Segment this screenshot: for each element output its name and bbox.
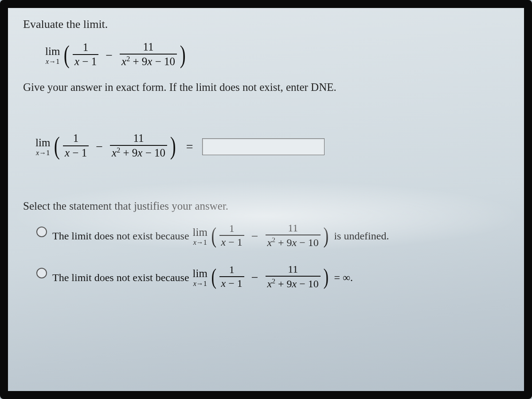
fraction-1-den: x − 1 bbox=[73, 56, 98, 67]
instruction-text: Give your answer in exact form. If the l… bbox=[23, 81, 509, 94]
fraction-1b: 1 x − 1 bbox=[63, 133, 89, 159]
answer-input[interactable] bbox=[202, 138, 325, 155]
limit-approach: x→1 bbox=[46, 58, 59, 65]
fraction-2b: 11 x2 + 9x − 10 bbox=[110, 133, 167, 159]
option-2[interactable]: The limit does not exist because lim x→1… bbox=[36, 265, 509, 290]
paren-close: ) bbox=[180, 42, 186, 67]
option-1-pre: The limit does not exist because bbox=[52, 230, 189, 242]
limit-expression: lim x→1 ( 1 x − 1 − 11 x2 + 9x − 10 ) bbox=[45, 42, 509, 69]
radio-icon[interactable] bbox=[36, 268, 47, 278]
minus-operator: − bbox=[100, 48, 118, 63]
lim-operator-2: lim x→1 bbox=[35, 137, 50, 156]
radio-icon[interactable] bbox=[36, 227, 47, 237]
select-statement: Select the statement that justifies your… bbox=[23, 200, 509, 212]
question-panel: Evaluate the limit. lim x→1 ( 1 x − 1 − … bbox=[0, 0, 532, 399]
option-1[interactable]: The limit does not exist because lim x→1… bbox=[36, 223, 509, 249]
equals-sign: = bbox=[179, 140, 200, 154]
fraction-2: 11 x2 + 9x − 10 bbox=[120, 41, 177, 68]
option-1-post: is undefined. bbox=[334, 230, 389, 242]
fraction-2-den: x2 + 9x − 10 bbox=[120, 55, 177, 68]
lim-operator: lim x→1 bbox=[45, 46, 60, 65]
option-2-post: = ∞. bbox=[334, 272, 353, 284]
limit-answer-row: lim x→1 ( 1 x − 1 − 11 x2 + 9x − 10 ) = bbox=[35, 133, 509, 160]
fraction-1: 1 x − 1 bbox=[73, 42, 98, 68]
paren-open: ( bbox=[64, 42, 70, 67]
justification-options: The limit does not exist because lim x→1… bbox=[36, 223, 509, 291]
question-prompt: Evaluate the limit. bbox=[23, 18, 509, 31]
option-2-pre: The limit does not exist because bbox=[52, 272, 189, 284]
